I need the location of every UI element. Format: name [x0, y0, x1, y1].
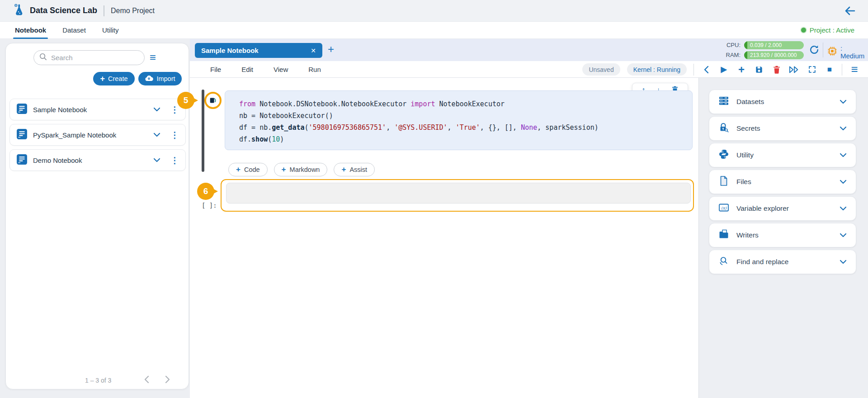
files-icon [718, 175, 729, 188]
chevron-down-icon[interactable] [153, 105, 160, 114]
panel-divider [698, 78, 699, 398]
save-icon[interactable] [754, 64, 764, 75]
code-cell[interactable]: from Notebook.DSNotebook.NotebookExecuto… [225, 90, 693, 150]
kernel-status-badge[interactable]: Kernel : Running [627, 63, 687, 76]
variable-explorer-icon: (x) [718, 202, 729, 215]
ram-label: RAM: [722, 52, 741, 58]
ram-usage-badge: 213.920 / 8000.000 [744, 51, 804, 59]
kebab-menu-icon[interactable]: ⋮ [170, 104, 179, 115]
search-icon [39, 53, 47, 62]
resource-usage: CPU: 0.039 / 2.000 RAM: 213.920 / 8000.0… [722, 40, 804, 60]
cpu-chip-icon [827, 46, 837, 58]
pagination-label: 1 – 3 of 3 [85, 377, 111, 384]
add-assist-button[interactable]: + Assist [334, 163, 375, 176]
code-line-2: nb = NotebookExecutor() [239, 110, 692, 122]
cell-execution-prompt: [ ]: [202, 202, 217, 209]
panel-writers[interactable]: Writers [709, 223, 856, 247]
ram-usage-value: 213.920 / 8000.000 [750, 52, 797, 58]
panel-label: Writers [736, 231, 840, 239]
run-cell-icon[interactable]: ▶ [718, 64, 729, 75]
search-box[interactable] [33, 50, 145, 65]
menu-edit[interactable]: Edit [241, 66, 253, 73]
cpu-label: CPU: [722, 42, 741, 48]
notebook-item-label: PySpark_Sample Notebook [33, 131, 153, 139]
panel-variable-explorer[interactable]: (x) Variable explorer [709, 196, 856, 221]
back-arrow-icon[interactable] [844, 5, 856, 17]
menu-run[interactable]: Run [308, 66, 321, 73]
code-line-3: df = nb.get_data('59801697536865751', '@… [239, 122, 692, 133]
new-tab-icon[interactable]: + [328, 43, 334, 56]
plus-icon: + [282, 165, 286, 174]
cell-copy-icon[interactable] [204, 92, 222, 109]
chevron-down-icon[interactable] [153, 156, 160, 164]
panel-datasets[interactable]: Datasets [709, 90, 856, 114]
instance-size: : Medium [827, 44, 868, 60]
empty-code-cell[interactable] [226, 183, 691, 204]
stop-kernel-icon[interactable]: ■ [824, 64, 835, 75]
notebook-item-label: Demo Notebook [33, 156, 153, 164]
add-markdown-button[interactable]: + Markdown [274, 163, 328, 176]
notebook-icon [16, 128, 28, 142]
chevron-down-icon[interactable] [153, 131, 160, 139]
chevron-left-icon[interactable] [701, 64, 712, 75]
selected-cell-indicator [202, 90, 204, 172]
panel-label: Datasets [736, 98, 840, 106]
sidebar-menu-icon[interactable]: ≡ [150, 52, 156, 63]
create-button-label: Create [108, 75, 128, 82]
notebook-item-sample[interactable]: Sample Notebook ⋮ [9, 99, 186, 120]
panel-utility[interactable]: Utility [709, 143, 856, 167]
panel-label: Variable explorer [736, 204, 840, 213]
chevron-down-icon [840, 124, 847, 133]
search-input[interactable] [51, 54, 128, 62]
writers-icon [718, 229, 729, 242]
menu-file[interactable]: File [210, 66, 221, 73]
panel-files[interactable]: Files [709, 170, 856, 194]
notebook-menubar: File Edit View Run Unsaved Kernel : Runn… [190, 61, 868, 78]
refresh-icon[interactable] [808, 44, 820, 56]
notebook-icon [16, 103, 28, 116]
chevron-down-icon [840, 98, 847, 106]
nav-tab-notebook[interactable]: Notebook [15, 22, 46, 39]
primary-nav: Notebook Dataset Utility Project : Activ… [0, 22, 868, 39]
cloud-import-icon [145, 75, 153, 83]
cpu-usage-badge: 0.039 / 2.000 [744, 41, 804, 49]
pagination-next-icon[interactable] [165, 375, 170, 385]
menu-view[interactable]: View [274, 66, 288, 73]
pagination-prev-icon[interactable] [144, 375, 149, 385]
save-status-badge: Unsaved [582, 63, 620, 76]
notebook-tab[interactable]: Sample Notebook ✕ [195, 43, 322, 58]
run-all-icon[interactable] [789, 64, 800, 75]
delete-cell-icon[interactable] [771, 64, 782, 75]
content-area: ≡ + Create Import Sample Notebook [0, 39, 868, 398]
callout-badge-6: 6 [197, 183, 214, 200]
add-cell-icon[interactable]: + [736, 64, 747, 75]
project-status: Project : Active [801, 26, 854, 34]
strip-divider [823, 43, 823, 57]
kebab-menu-icon[interactable]: ⋮ [170, 130, 179, 140]
notebook-item-demo[interactable]: Demo Notebook ⋮ [9, 149, 186, 171]
nav-tab-utility[interactable]: Utility [102, 22, 119, 39]
cpu-usage-value: 0.039 / 2.000 [750, 42, 782, 48]
fullscreen-icon[interactable] [807, 64, 817, 75]
plus-icon: + [236, 165, 241, 174]
notebook-icon [16, 154, 28, 167]
add-code-button[interactable]: + Code [228, 163, 268, 176]
app-header: Data Science Lab Demo Project [0, 0, 868, 22]
panel-label: Secrets [736, 124, 840, 133]
nav-tab-dataset[interactable]: Dataset [62, 22, 86, 39]
chevron-down-icon [840, 151, 847, 159]
toolbar-divider [693, 64, 694, 76]
close-tab-icon[interactable]: ✕ [311, 47, 316, 54]
panel-secrets[interactable]: Secrets [709, 116, 856, 141]
add-assist-label: Assist [349, 166, 367, 173]
instance-size-label: : Medium [840, 44, 868, 60]
panel-find-replace[interactable]: Find and replace [709, 250, 856, 274]
more-menu-icon[interactable]: ≡ [849, 64, 860, 75]
import-button[interactable]: Import [138, 72, 182, 85]
title-divider [104, 5, 104, 16]
project-status-label: Project : Active [810, 26, 854, 34]
code-line-1: from Notebook.DSNotebook.NotebookExecuto… [239, 98, 692, 110]
create-button[interactable]: + Create [93, 72, 135, 85]
kebab-menu-icon[interactable]: ⋮ [170, 155, 179, 166]
notebook-item-pyspark[interactable]: PySpark_Sample Notebook ⋮ [9, 124, 186, 146]
